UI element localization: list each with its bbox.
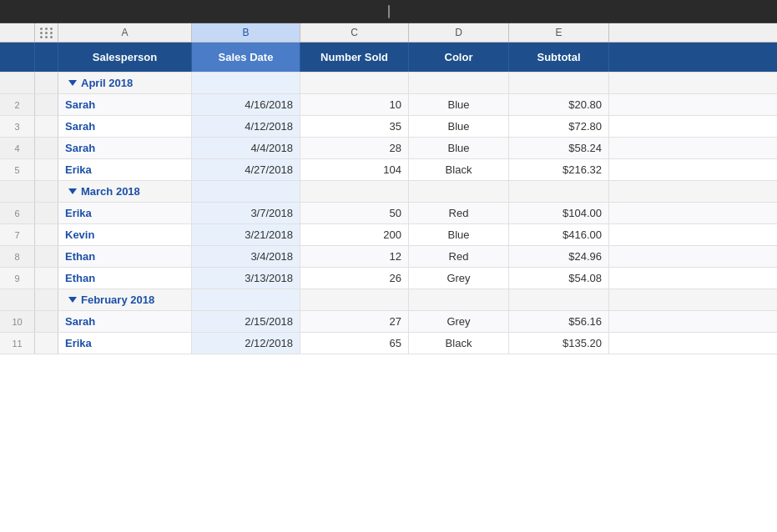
group-row-num [0,289,35,310]
group-label-cell[interactable]: February 2018 [58,289,192,310]
row-num-cell: 2 [0,94,35,115]
salesperson-value: Sarah [65,315,95,328]
subtotal-cell: $58.24 [509,138,609,158]
group-label: March 2018 [68,185,140,198]
data-grid-icon-cell [35,203,58,223]
salesperson-value: Kevin [65,228,94,241]
group-subtotal-cell [509,289,609,310]
salesperson-value: Sarah [65,142,95,154]
number-sold-cell: 35 [300,116,409,137]
group-subtotal-cell [509,181,609,202]
salesperson-cell: Kevin [58,224,192,245]
table-row: 11 Erika 2/12/2018 65 Black $135.20 [0,333,777,354]
data-grid-icon-cell [35,333,58,354]
salesperson-cell: Erika [58,159,192,180]
subtotal-cell: $104.00 [509,203,609,223]
table-body: 1 Salesperson Sales Date Number Sold Col… [0,43,777,532]
salesperson-value: Ethan [65,272,95,284]
sales-date-cell: 3/13/2018 [192,268,300,289]
group-label: April 2018 [68,77,133,89]
number-sold-cell: 12 [300,246,409,267]
salesperson-cell: Sarah [58,311,192,332]
salesperson-cell: Ethan [58,268,192,289]
group-header-row: April 2018 [0,73,777,94]
spreadsheet-container: A B C D E 1 Salesperson Sales Date Numbe… [0,23,777,532]
header-grid-icon-cell [35,43,58,72]
number-sold-cell: 65 [300,333,409,354]
row-num-cell: 7 [0,224,35,245]
col-header-b[interactable]: B [192,23,300,42]
color-cell: Blue [409,224,509,245]
group-grid-icon [35,289,58,310]
row-num-cell: 11 [0,333,35,354]
top-bar [0,0,777,23]
table-row: 8 Ethan 3/4/2018 12 Red $24.96 [0,246,777,268]
row-num-cell: 9 [0,268,35,289]
data-grid-icon-cell [35,311,58,332]
group-color-cell [409,289,509,310]
group-row-num [0,73,35,93]
group-grid-icon [35,181,58,202]
sales-date-cell: 4/27/2018 [192,159,300,180]
sales-date-cell: 4/12/2018 [192,116,300,137]
color-cell: Blue [409,94,509,115]
row-num-cell: 6 [0,203,35,223]
group-color-cell [409,73,509,93]
subtotal-cell: $416.00 [509,224,609,245]
groups-container: April 2018 2 Sarah 4/16/2018 10 Blue $20… [0,73,777,354]
color-cell: Black [409,159,509,180]
group-row-num [0,181,35,202]
collapse-triangle-icon[interactable] [68,80,77,86]
number-sold-cell: 27 [300,311,409,332]
group-label-cell[interactable]: March 2018 [58,181,192,202]
header-sales-date: Sales Date [192,43,300,72]
group-grid-icon [35,73,58,93]
header-salesperson: Salesperson [58,43,192,72]
header-subtotal: Subtotal [509,43,609,72]
salesperson-value: Ethan [65,250,95,263]
salesperson-value: Erika [65,207,92,219]
collapse-triangle-icon[interactable] [68,297,77,303]
row-num-cell: 8 [0,246,35,267]
number-sold-cell: 28 [300,138,409,158]
row-num-cell: 3 [0,116,35,137]
subtotal-cell: $24.96 [509,246,609,267]
col-header-e[interactable]: E [509,23,609,42]
table-row: 3 Sarah 4/12/2018 35 Blue $72.80 [0,116,777,138]
row-num-cell: 10 [0,311,35,332]
color-cell: Blue [409,116,509,137]
color-cell: Red [409,246,509,267]
grid-icon-col-header [35,23,58,42]
group-label-cell[interactable]: April 2018 [58,73,192,93]
group-color-cell [409,181,509,202]
row-num-cell: 4 [0,138,35,158]
header-number-sold: Number Sold [300,43,409,72]
resize-handle[interactable] [388,5,390,18]
col-header-d[interactable]: D [409,23,509,42]
subtotal-cell: $216.32 [509,159,609,180]
color-cell: Black [409,333,509,354]
col-header-c[interactable]: C [300,23,409,42]
salesperson-value: Erika [65,337,92,349]
sales-date-cell: 2/15/2018 [192,311,300,332]
sales-date-cell: 4/16/2018 [192,94,300,115]
color-cell: Red [409,203,509,223]
subtotal-cell: $135.20 [509,333,609,354]
collapse-triangle-icon[interactable] [68,188,77,194]
salesperson-value: Sarah [65,98,95,111]
table-row: 10 Sarah 2/15/2018 27 Grey $56.16 [0,311,777,333]
group-header-row: March 2018 [0,181,777,203]
color-cell: Grey [409,311,509,332]
row-num-header [0,23,35,42]
salesperson-cell: Sarah [58,116,192,137]
number-sold-cell: 104 [300,159,409,180]
table-row: 2 Sarah 4/16/2018 10 Blue $20.80 [0,94,777,116]
sales-date-cell: 4/4/2018 [192,138,300,158]
group-number-sold-cell [300,289,409,310]
group-sales-date-cell [192,289,300,310]
group-header-row: February 2018 [0,289,777,311]
col-header-a[interactable]: A [58,23,192,42]
sales-date-cell: 3/21/2018 [192,224,300,245]
group-label: February 2018 [68,294,154,306]
data-grid-icon-cell [35,94,58,115]
